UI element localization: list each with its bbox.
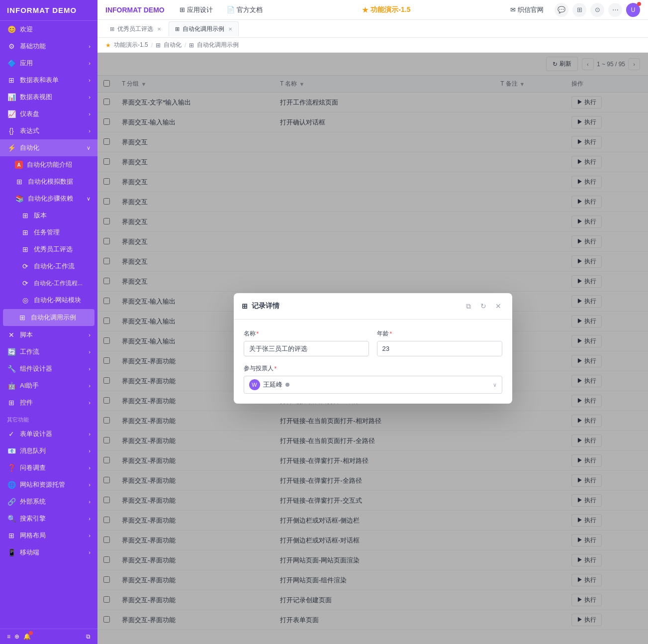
sidebar-item-script[interactable]: ✕ 脚本 › xyxy=(0,326,97,343)
nav-official-docs[interactable]: 📄 官方文档 xyxy=(224,5,266,14)
nav-label: 织信官网 xyxy=(518,5,544,14)
age-input[interactable] xyxy=(377,341,502,356)
tab-close-icon[interactable]: ✕ xyxy=(228,26,232,32)
sidebar-item-auto-example[interactable]: ⊞ 自动化调用示例 xyxy=(3,309,94,326)
sidebar-item-message-queue[interactable]: 📧 消息队列 › xyxy=(0,442,97,459)
help-button[interactable]: ⊙ xyxy=(590,3,604,17)
name-input[interactable] xyxy=(244,341,369,356)
modal-overlay[interactable]: ⊞ 记录详情 ⧉ ↻ ✕ 名称 * xyxy=(97,53,648,644)
more-button[interactable]: ⋯ xyxy=(608,3,622,17)
notification-badge xyxy=(637,2,641,6)
tab-auto-example[interactable]: ⊞ 自动化调用示例 ✕ xyxy=(169,21,239,36)
content-area: ↻ 刷新 ‹ 1 ~ 95 / 95 › xyxy=(97,53,648,644)
chevron-right-icon: › xyxy=(89,111,91,117)
sidebar-item-external[interactable]: 🔗 外部系统 › xyxy=(0,493,97,510)
modal-header: ⊞ 记录详情 ⧉ ↻ ✕ xyxy=(234,293,512,320)
tab-excellent[interactable]: ⊞ 优秀员工评选 ✕ xyxy=(103,21,168,36)
weixin-icon: ✉ xyxy=(510,6,516,13)
sidebar-item-form-designer[interactable]: ✓ 表单设计器 › xyxy=(0,426,97,442)
sidebar-item-workflow-main[interactable]: 🔄 工作流 › xyxy=(0,343,97,360)
sidebar-item-grid[interactable]: ⊞ 网格布局 › xyxy=(0,527,97,544)
sidebar-item-app[interactable]: 🔷 应用 › xyxy=(0,55,97,72)
sidebar-item-label: 自动化 xyxy=(20,143,39,152)
chevron-right-icon: › xyxy=(89,366,91,372)
sidebar-item-search[interactable]: 🔍 搜索引擎 › xyxy=(0,510,97,527)
basic-icon: ⚙ xyxy=(7,42,16,51)
sidebar-item-automation[interactable]: ⚡ 自动化 ∨ xyxy=(0,139,97,156)
sidebar-item-website[interactable]: 🌐 网站和资源托管 › xyxy=(0,476,97,493)
sidebar-item-auto-workflow[interactable]: ⟳ 自动化-工作流 xyxy=(0,258,97,275)
age-label: 年龄 * xyxy=(377,329,502,338)
chat-button[interactable]: 💬 xyxy=(555,3,568,17)
breadcrumb-icon: ⊞ xyxy=(156,42,161,49)
chevron-right-icon: › xyxy=(89,43,91,49)
expression-icon: {} xyxy=(7,126,16,135)
sidebar-item-label: 消息队列 xyxy=(20,446,46,455)
sidebar-item-auto-task[interactable]: ⊞ 任务管理 xyxy=(0,224,97,241)
sidebar-item-mobile[interactable]: 📱 移动端 › xyxy=(0,544,97,561)
chart-icon: 📊 xyxy=(7,93,16,102)
participant-avatar: W xyxy=(249,379,260,390)
sidebar-item-table-forms[interactable]: ⊞ 数据表和表单 › xyxy=(0,72,97,89)
nav-weixin[interactable]: ✉ 织信官网 xyxy=(507,5,547,14)
welcome-icon: 😊 xyxy=(7,25,16,34)
sidebar-item-expression[interactable]: {} 表达式 › xyxy=(0,122,97,139)
ai-icon: 🤖 xyxy=(7,381,16,390)
breadcrumb-sep: / xyxy=(151,42,153,49)
survey-icon: ❓ xyxy=(7,463,16,472)
sidebar-item-survey[interactable]: ❓ 问卷调查 › xyxy=(0,459,97,476)
sidebar-item-label: 网站和资源托管 xyxy=(20,480,65,489)
sidebar-item-auto-intro[interactable]: A 自动化功能介绍 xyxy=(0,156,97,173)
notification-icon[interactable]: 🔔 xyxy=(23,633,31,640)
form-group-age: 年龄 * xyxy=(377,329,502,356)
chevron-right-icon: › xyxy=(89,94,91,100)
sidebar-item-auto-excellent[interactable]: ⊞ 优秀员工评选 xyxy=(0,241,97,258)
app-design-icon: ⊞ xyxy=(180,6,185,13)
sidebar-item-auto-mock[interactable]: ⊞ 自动化模拟数据 xyxy=(0,173,97,190)
participants-select[interactable]: W 王延峰 ∨ xyxy=(244,376,502,394)
sidebar-item-label: 自动化-网站模块 xyxy=(34,296,81,305)
user-avatar[interactable]: U xyxy=(626,3,640,17)
sidebar-item-control[interactable]: ⊞ 控件 › xyxy=(0,394,97,411)
breadcrumb-item-automation[interactable]: 自动化 xyxy=(164,41,182,49)
avatar-text: U xyxy=(631,6,636,13)
modal-close-button[interactable]: ✕ xyxy=(492,300,504,312)
search-icon: 🔍 xyxy=(7,514,16,523)
sidebar-item-label: 表单设计器 xyxy=(20,429,52,438)
sidebar-item-label: 自动化-工作流程... xyxy=(34,279,83,288)
modal-title-icon: ⊞ xyxy=(242,302,248,310)
settings-icon[interactable]: ≡ xyxy=(7,633,10,640)
grid-button[interactable]: ⊞ xyxy=(572,3,586,17)
sidebar-item-auto-steps[interactable]: 📚 自动化步骤依赖 ∨ xyxy=(0,190,97,207)
sidebar-item-label: 表达式 xyxy=(20,126,39,135)
nav-app-design[interactable]: ⊞ 应用设计 xyxy=(177,5,216,14)
dashboard-icon: 📈 xyxy=(7,109,16,118)
nav-label: 应用设计 xyxy=(187,5,213,14)
sidebar-item-label: 控件 xyxy=(20,398,33,407)
form-group-participants: 参与投票人 * W 王延峰 ∨ xyxy=(244,364,502,394)
sidebar-item-data-view[interactable]: 📊 数据表视图 › xyxy=(0,89,97,106)
main-content: INFORMAT DEMO ⊞ 应用设计 📄 官方文档 ★ 功能演示-1.5 ✉… xyxy=(97,0,648,644)
sidebar-item-auto-workflow-flow[interactable]: ⟳ 自动化-工作流程... xyxy=(0,275,97,292)
sidebar-item-component-designer[interactable]: 🔧 组件设计器 › xyxy=(0,360,97,377)
sidebar-item-auto-version[interactable]: ⊞ 版本 xyxy=(0,207,97,224)
add-icon[interactable]: ⊕ xyxy=(14,633,19,640)
sidebar-item-label: 自动化调用示例 xyxy=(31,313,76,322)
sidebar-item-basic[interactable]: ⚙ 基础功能 › xyxy=(0,38,97,55)
workflow-main-icon: 🔄 xyxy=(7,347,16,356)
sidebar-item-label: 基础功能 xyxy=(20,42,46,51)
breadcrumb-sep: / xyxy=(185,42,186,49)
expand-icon[interactable]: ⧉ xyxy=(86,633,91,640)
tab-close-icon[interactable]: ✕ xyxy=(157,26,161,32)
top-nav: INFORMAT DEMO ⊞ 应用设计 📄 官方文档 ★ 功能演示-1.5 ✉… xyxy=(97,0,648,20)
modal-refresh-button[interactable]: ↻ xyxy=(477,300,489,312)
breadcrumb-item-feature[interactable]: 功能演示-1.5 xyxy=(114,41,148,49)
table-icon: ⊞ xyxy=(7,76,16,85)
sidebar-item-welcome[interactable]: 😊 欢迎 xyxy=(0,21,97,38)
sidebar-item-dashboard[interactable]: 📈 仪表盘 › xyxy=(0,106,97,122)
modal-external-button[interactable]: ⧉ xyxy=(463,300,474,312)
name-label: 名称 * xyxy=(244,329,369,338)
sidebar-item-auto-web[interactable]: ◎ 自动化-网站模块 xyxy=(0,292,97,309)
sidebar-item-ai[interactable]: 🤖 AI助手 › xyxy=(0,377,97,394)
tabs-bar: ⊞ 优秀员工评选 ✕ ⊞ 自动化调用示例 ✕ xyxy=(97,20,648,38)
